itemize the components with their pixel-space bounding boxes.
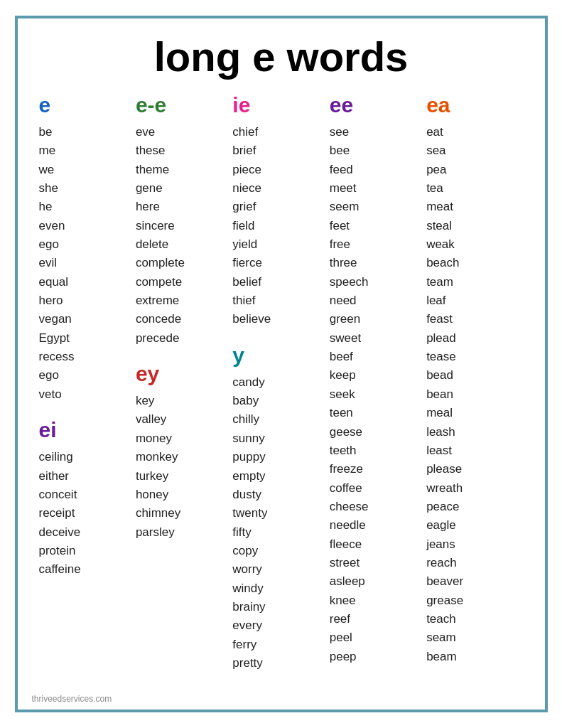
col-y-header: y [232, 343, 329, 368]
page-title: long e words [39, 33, 524, 80]
col-ie-words: chief brief piece niece grief field yiel… [232, 123, 329, 329]
col-e-e-header: e-e [136, 93, 232, 117]
col-ea-words: eat sea pea tea meat steal weak beach te… [426, 123, 523, 666]
col-e-e-words: eve these theme gene here sincere delete… [136, 123, 232, 348]
col-ee-e: e-e eve these theme gene here sincere de… [136, 93, 232, 542]
footer-text: thriveedservices.com [32, 694, 112, 704]
col-ee-header: ee [330, 93, 426, 117]
col-ey-section: ey key valley money monkey turkey honey … [136, 362, 232, 542]
col-ie: ie chief brief piece niece grief field y… [232, 93, 329, 673]
col-ei-header: ei [39, 418, 136, 442]
col-e-words: be me we she he even ego evil equal hero… [39, 123, 136, 404]
col-ee: ee see bee feed meet seem feet free thre… [330, 93, 426, 666]
col-ea-header: ea [426, 93, 523, 117]
col-ei-section: ei ceiling either conceit receipt deceiv… [39, 418, 136, 579]
columns-container: e be me we she he even ego evil equal he… [39, 93, 524, 673]
col-y-section: y candy baby chilly sunny puppy empty du… [232, 343, 329, 673]
col-ey-header: ey [136, 362, 232, 386]
col-ie-header: ie [232, 93, 329, 117]
col-ea: ea eat sea pea tea meat steal weak beach… [426, 93, 523, 666]
col-ee-words: see bee feed meet seem feet free three s… [330, 123, 426, 666]
col-e: e be me we she he even ego evil equal he… [39, 93, 136, 579]
page: long e words e be me we she he even ego … [15, 16, 548, 712]
col-e-header: e [39, 93, 136, 117]
